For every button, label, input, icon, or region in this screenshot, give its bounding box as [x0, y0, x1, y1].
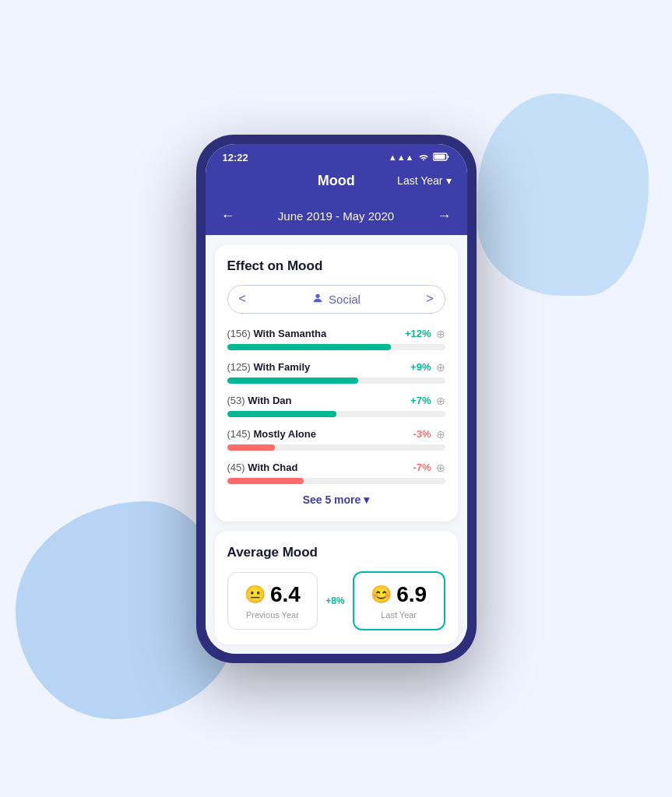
bar-fill: [227, 478, 304, 484]
mood-row: (45) With Chad -7% ⊕: [227, 462, 445, 474]
nav-bar: ← June 2019 - May 2020 →: [206, 200, 467, 235]
bar-track: [227, 444, 445, 451]
period-selector[interactable]: Last Year ▾: [397, 174, 451, 187]
mood-row: (156) With Samantha +12% ⊕: [227, 328, 445, 340]
mood-label: (145) Mostly Alone: [227, 428, 316, 440]
period-label: Last Year: [397, 174, 442, 187]
mood-label: (156) With Samantha: [227, 328, 327, 339]
mood-item: (145) Mostly Alone -3% ⊕: [227, 428, 445, 451]
previous-emoji: 😐: [245, 585, 266, 605]
wifi-icon: [418, 153, 429, 162]
scene: 12:22 ▲▲▲: [0, 0, 672, 797]
bar-fill: [227, 344, 391, 350]
see-more-button[interactable]: See 5 more ▾: [227, 487, 445, 507]
mood-value: +12%: [405, 328, 431, 339]
bar-fill: [227, 377, 358, 384]
previous-value: 😐 6.4: [237, 582, 308, 607]
phone-screen: 12:22 ▲▲▲: [206, 144, 467, 654]
zoom-icon[interactable]: ⊕: [436, 328, 445, 340]
svg-rect-1: [434, 154, 445, 159]
zoom-icon[interactable]: ⊕: [436, 428, 445, 441]
mood-item: (125) With Family +9% ⊕: [227, 361, 445, 384]
mood-item: (156) With Samantha +12% ⊕: [227, 328, 445, 350]
change-badge: +8%: [325, 595, 344, 606]
mood-value: -7%: [413, 462, 431, 473]
mood-items-list: (156) With Samantha +12% ⊕ (125) With Fa…: [227, 328, 445, 484]
mood-item: (53) With Dan +7% ⊕: [227, 395, 445, 417]
content-area: Effect on Mood < Social >: [206, 235, 467, 654]
bar-fill: [227, 444, 276, 451]
header-title: Mood: [318, 173, 355, 189]
category-name: Social: [329, 293, 361, 306]
zoom-icon[interactable]: ⊕: [436, 462, 445, 474]
zoom-icon[interactable]: ⊕: [436, 361, 445, 374]
period-chevron: ▾: [446, 174, 452, 187]
previous-number: 6.4: [270, 582, 301, 607]
mood-row: (125) With Family +9% ⊕: [227, 361, 445, 374]
category-icon: [311, 292, 324, 307]
see-more-icon: ▾: [364, 493, 369, 506]
bar-track: [227, 478, 445, 484]
mood-label: (125) With Family: [227, 361, 311, 373]
signal-icon: ▲▲▲: [389, 153, 414, 162]
average-mood-title: Average Mood: [227, 545, 445, 560]
average-mood-card: Average Mood 😐 6.4 Previous Year +8%: [215, 531, 458, 644]
zoom-icon[interactable]: ⊕: [436, 395, 445, 407]
category-next-chevron[interactable]: >: [426, 292, 433, 306]
effect-on-mood-card: Effect on Mood < Social >: [215, 244, 458, 521]
see-more-label: See 5 more: [303, 493, 361, 506]
mood-value: +9%: [410, 361, 431, 373]
current-value: 😊 6.9: [364, 582, 435, 607]
status-icons: ▲▲▲: [389, 153, 450, 163]
time-label: 12:22: [223, 152, 248, 163]
mood-value: +7%: [410, 395, 431, 406]
bar-track: [227, 411, 445, 417]
phone-frame: 12:22 ▲▲▲: [196, 135, 477, 663]
category-prev-chevron[interactable]: <: [239, 292, 246, 306]
current-emoji: 😊: [371, 585, 392, 605]
nav-next-button[interactable]: →: [438, 208, 452, 224]
previous-label: Previous Year: [237, 610, 308, 620]
bar-track: [227, 377, 445, 384]
battery-icon: [433, 153, 450, 163]
app-header: Mood Last Year ▾: [206, 168, 467, 200]
bar-track: [227, 344, 445, 350]
current-label: Last Year: [364, 610, 435, 620]
mood-label: (45) With Chad: [227, 462, 298, 473]
mood-label: (53) With Dan: [227, 395, 292, 406]
mood-row: (145) Mostly Alone -3% ⊕: [227, 428, 445, 441]
category-label: Social: [311, 292, 361, 307]
current-number: 6.9: [396, 582, 427, 607]
bar-fill: [227, 411, 336, 417]
blob-right: [477, 93, 649, 296]
date-range-label: June 2019 - May 2020: [278, 209, 394, 223]
previous-year-box: 😐 6.4 Previous Year: [227, 572, 318, 630]
mood-item: (45) With Chad -7% ⊕: [227, 462, 445, 484]
status-bar: 12:22 ▲▲▲: [206, 144, 467, 168]
avg-mood-row: 😐 6.4 Previous Year +8% 😊 6.9 Last Year: [227, 571, 445, 630]
current-year-box: 😊 6.9 Last Year: [353, 571, 445, 630]
svg-point-2: [315, 293, 319, 297]
category-selector[interactable]: < Social >: [227, 285, 445, 314]
nav-prev-button[interactable]: ←: [221, 208, 235, 224]
mood-row: (53) With Dan +7% ⊕: [227, 395, 445, 407]
effect-card-title: Effect on Mood: [227, 258, 445, 274]
mood-value: -3%: [413, 428, 431, 440]
